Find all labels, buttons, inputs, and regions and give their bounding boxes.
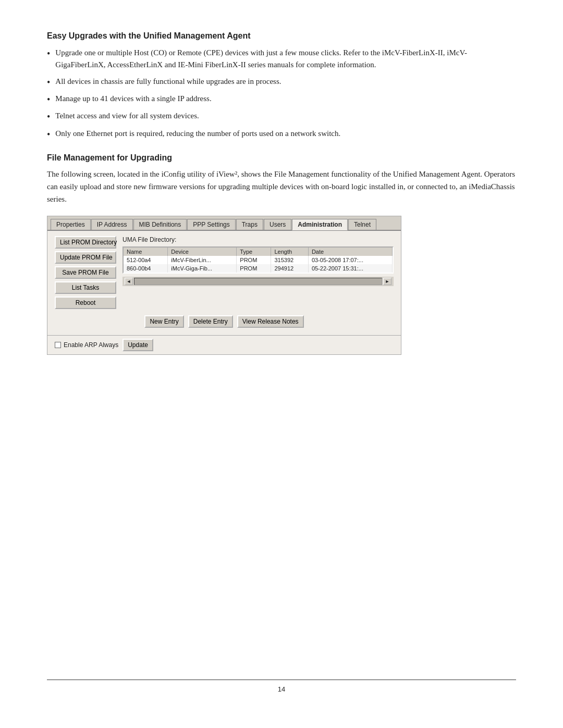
enable-arp-label[interactable]: Enable ARP Always	[55, 341, 118, 349]
tab-bar: Properties IP Address MIB Definitions PP…	[47, 216, 401, 231]
table-row[interactable]: 512-00a4 iMcV-FiberLin... PROM 315392 03…	[124, 256, 393, 264]
bullet-item-5: • Only one Ethernet port is required, re…	[47, 128, 516, 141]
update-button[interactable]: Update	[123, 339, 153, 351]
cell-device-0: iMcV-FiberLin...	[168, 256, 237, 264]
cell-type-0: PROM	[237, 256, 271, 264]
bullet-dot-3: •	[47, 94, 50, 106]
left-button-group: List PROM Directory Update PROM File Sav…	[55, 236, 116, 309]
reboot-button[interactable]: Reboot	[55, 297, 116, 309]
view-release-notes-button[interactable]: View Release Notes	[237, 315, 304, 328]
cell-date-0: 03-05-2008 17:07:...	[308, 256, 392, 264]
bullet-text-4: Telnet access and view for all system de…	[55, 110, 199, 122]
cell-name-1: 860-00b4	[124, 264, 168, 273]
bullet-item-2: • All devices in chassis are fully funct…	[47, 76, 516, 89]
enable-arp-text: Enable ARP Always	[64, 341, 118, 349]
col-date: Date	[308, 248, 392, 256]
section1-heading: Easy Upgrades with the Unified Managemen…	[47, 31, 516, 41]
tab-traps[interactable]: Traps	[236, 219, 263, 230]
cell-length-1: 294912	[271, 264, 308, 273]
bullet-text-3: Manage up to 41 devices with a single IP…	[55, 93, 211, 105]
bullet-list: • Upgrade one or multiple Host (CO) or R…	[47, 47, 516, 141]
new-entry-button[interactable]: New Entry	[144, 315, 183, 328]
enable-arp-checkbox[interactable]	[55, 342, 61, 348]
dialog-body: List PROM Directory Update PROM File Sav…	[47, 231, 401, 335]
cell-length-0: 315392	[271, 256, 308, 264]
cell-date-1: 05-22-2007 15:31:...	[308, 264, 392, 273]
page-footer: 14	[47, 680, 516, 693]
scroll-left-arrow[interactable]: ◄	[125, 278, 133, 285]
bullet-dot-2: •	[47, 77, 50, 89]
scroll-track[interactable]	[134, 278, 382, 285]
uma-label: UMA File Directory:	[123, 236, 394, 243]
file-table-wrapper: Name Device Type Length Date	[123, 246, 394, 274]
file-table: Name Device Type Length Date	[124, 248, 393, 273]
bullet-text-1: Upgrade one or multiple Host (CO) or Rem…	[55, 47, 516, 71]
tab-users[interactable]: Users	[264, 219, 291, 230]
list-prom-directory-button[interactable]: List PROM Directory	[55, 236, 116, 249]
bottom-buttons-row: New Entry Delete Entry View Release Note…	[55, 315, 394, 328]
col-device: Device	[168, 248, 237, 256]
bullet-item-3: • Manage up to 41 devices with a single …	[47, 93, 516, 106]
footer-row: Enable ARP Always Update	[47, 335, 401, 354]
delete-entry-button[interactable]: Delete Entry	[188, 315, 233, 328]
save-prom-file-button[interactable]: Save PROM File	[55, 266, 116, 279]
bullet-text-5: Only one Ethernet port is required, redu…	[55, 128, 340, 140]
page-number: 14	[278, 685, 285, 693]
bullet-item-4: • Telnet access and view for all system …	[47, 110, 516, 123]
tab-ppp-settings[interactable]: PPP Settings	[187, 219, 236, 230]
bullet-text-2: All devices in chassis are fully functio…	[55, 76, 281, 88]
tab-properties[interactable]: Properties	[51, 219, 91, 230]
section2-heading: File Management for Upgrading	[47, 153, 516, 163]
table-row[interactable]: 860-00b4 iMcV-Giga-Fib... PROM 294912 05…	[124, 264, 393, 273]
tab-administration[interactable]: Administration	[292, 219, 348, 230]
scrollbar-row: ◄ ►	[123, 277, 394, 286]
bullet-dot-1: •	[47, 48, 50, 60]
col-type: Type	[237, 248, 271, 256]
update-prom-file-button[interactable]: Update PROM File	[55, 251, 116, 264]
col-length: Length	[271, 248, 308, 256]
bullet-dot-4: •	[47, 111, 50, 123]
list-tasks-button[interactable]: List Tasks	[55, 281, 116, 294]
cell-name-0: 512-00a4	[124, 256, 168, 264]
cell-type-1: PROM	[237, 264, 271, 273]
section2-body: The following screen, located in the iCo…	[47, 168, 516, 205]
scroll-right-arrow[interactable]: ►	[383, 278, 391, 285]
cell-device-1: iMcV-Giga-Fib...	[168, 264, 237, 273]
dialog-content-row: List PROM Directory Update PROM File Sav…	[55, 236, 394, 309]
tab-ip-address[interactable]: IP Address	[91, 219, 133, 230]
bullet-dot-5: •	[47, 129, 50, 141]
bullet-item-1: • Upgrade one or multiple Host (CO) or R…	[47, 47, 516, 71]
dialog-container: Properties IP Address MIB Definitions PP…	[47, 216, 401, 355]
tab-telnet[interactable]: Telnet	[348, 219, 376, 230]
col-name: Name	[124, 248, 168, 256]
tab-mib-definitions[interactable]: MIB Definitions	[133, 219, 187, 230]
right-section: UMA File Directory: Name Device Type Len…	[123, 236, 394, 286]
